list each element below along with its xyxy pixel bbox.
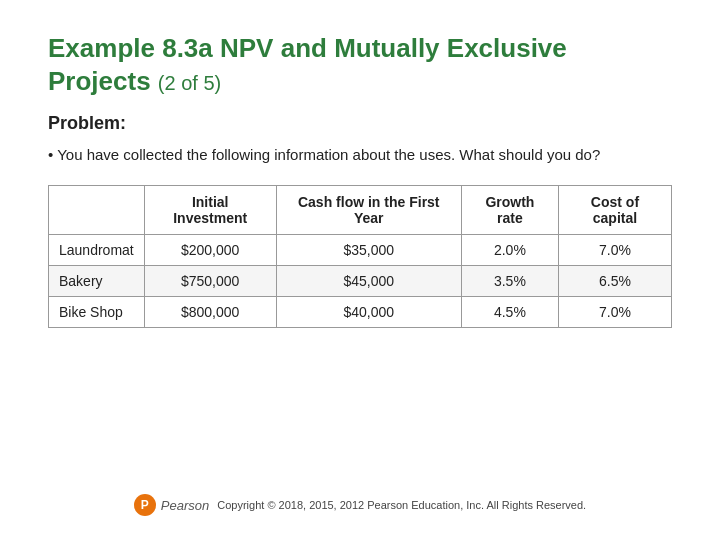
cell-1-0: Bakery <box>49 265 145 296</box>
cell-2-2: $40,000 <box>276 296 461 327</box>
cell-1-1: $750,000 <box>144 265 276 296</box>
table-row: Laundromat$200,000$35,0002.0%7.0% <box>49 234 672 265</box>
cell-0-1: $200,000 <box>144 234 276 265</box>
copyright-text: Copyright © 2018, 2015, 2012 Pearson Edu… <box>217 499 586 511</box>
table-header-row: Initial Investment Cash flow in the Firs… <box>49 185 672 234</box>
cell-0-4: 7.0% <box>558 234 671 265</box>
data-table: Initial Investment Cash flow in the Firs… <box>48 185 672 328</box>
footer: P Pearson Copyright © 2018, 2015, 2012 P… <box>48 480 672 516</box>
cell-2-0: Bike Shop <box>49 296 145 327</box>
col-header-1: Initial Investment <box>144 185 276 234</box>
col-header-3: Growth rate <box>461 185 558 234</box>
cell-2-3: 4.5% <box>461 296 558 327</box>
cell-1-4: 6.5% <box>558 265 671 296</box>
cell-2-4: 7.0% <box>558 296 671 327</box>
pearson-icon: P <box>134 494 156 516</box>
table-row: Bakery$750,000$45,0003.5%6.5% <box>49 265 672 296</box>
cell-1-3: 3.5% <box>461 265 558 296</box>
table-row: Bike Shop$800,000$40,0004.5%7.0% <box>49 296 672 327</box>
brand-label: Pearson <box>161 498 209 513</box>
cell-0-2: $35,000 <box>276 234 461 265</box>
problem-text: • You have collected the following infor… <box>48 144 672 167</box>
problem-label: Problem: <box>48 113 672 134</box>
cell-0-0: Laundromat <box>49 234 145 265</box>
col-header-0 <box>49 185 145 234</box>
col-header-2: Cash flow in the First Year <box>276 185 461 234</box>
col-header-4: Cost of capital <box>558 185 671 234</box>
page: Example 8.3a NPV and Mutually Exclusive … <box>0 0 720 540</box>
subtitle-text: (2 of 5) <box>158 72 221 94</box>
page-title: Example 8.3a NPV and Mutually Exclusive … <box>48 32 672 97</box>
cell-2-1: $800,000 <box>144 296 276 327</box>
cell-1-2: $45,000 <box>276 265 461 296</box>
cell-0-3: 2.0% <box>461 234 558 265</box>
pearson-logo: P Pearson <box>134 494 209 516</box>
title-text: Example 8.3a NPV and Mutually Exclusive … <box>48 33 567 96</box>
